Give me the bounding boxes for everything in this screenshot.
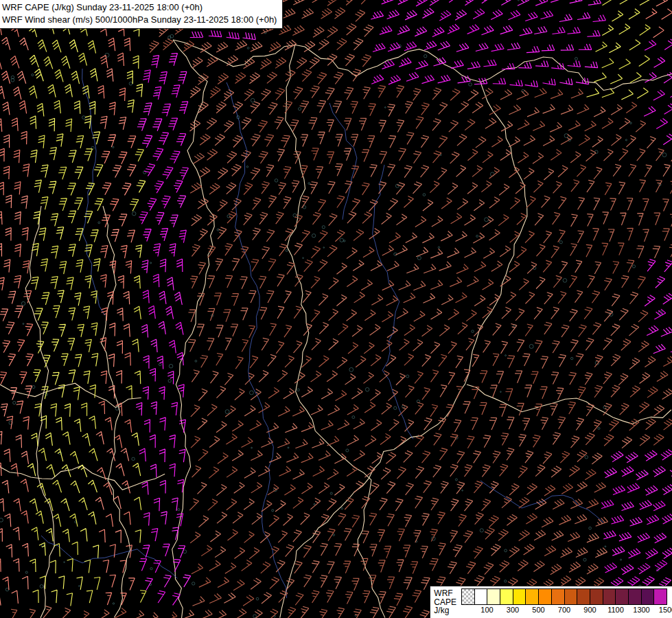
legend-swatch [500,589,513,604]
legend-tick-label: 300 [507,606,519,614]
wind-barb-canvas [0,0,672,618]
legend-tick-label: 100 [480,606,493,614]
legend-tick-label: 900 [583,606,596,614]
legend-swatch [462,589,475,604]
legend-swatch [654,589,667,604]
legend-model-label: WRF [434,589,456,598]
legend-swatch [642,589,655,604]
legend-swatch [552,589,565,604]
legend-swatch [590,589,603,604]
legend-scale: 100300500700900110013001500 [461,588,667,617]
title-overlay: WRF CAPE (J/kg) Sunday 23-11-2025 18:00 … [0,0,283,29]
legend-swatch [616,589,629,604]
legend: WRF CAPE J/kg 10030050070090011001300150… [430,586,672,618]
legend-tick-label: 1500 [659,606,672,614]
legend-tick-label: 1100 [607,606,624,614]
legend-swatch-row [461,588,667,605]
legend-swatch [603,589,616,604]
legend-swatch [513,589,526,604]
legend-swatch [565,589,578,604]
legend-tick-label: 500 [532,606,544,614]
legend-swatch [526,589,539,604]
weather-map: WRF CAPE (J/kg) Sunday 23-11-2025 18:00 … [0,0,672,618]
legend-tick-row: 100300500700900110013001500 [461,605,667,615]
legend-swatch [577,589,590,604]
legend-unit-label: J/kg [434,606,456,615]
title-line-1: WRF CAPE (J/kg) Sunday 23-11-2025 18:00 … [2,1,277,14]
legend-labels: WRF CAPE J/kg [434,588,456,617]
legend-swatch [629,589,642,604]
legend-swatch [475,589,488,604]
legend-tick-label: 1300 [633,606,649,614]
legend-swatch [487,589,500,604]
legend-tick-label: 700 [558,606,570,614]
title-line-2: WRF Wind shear (m/s) 500/1000hPa Sunday … [2,14,277,26]
legend-swatch [539,589,552,604]
